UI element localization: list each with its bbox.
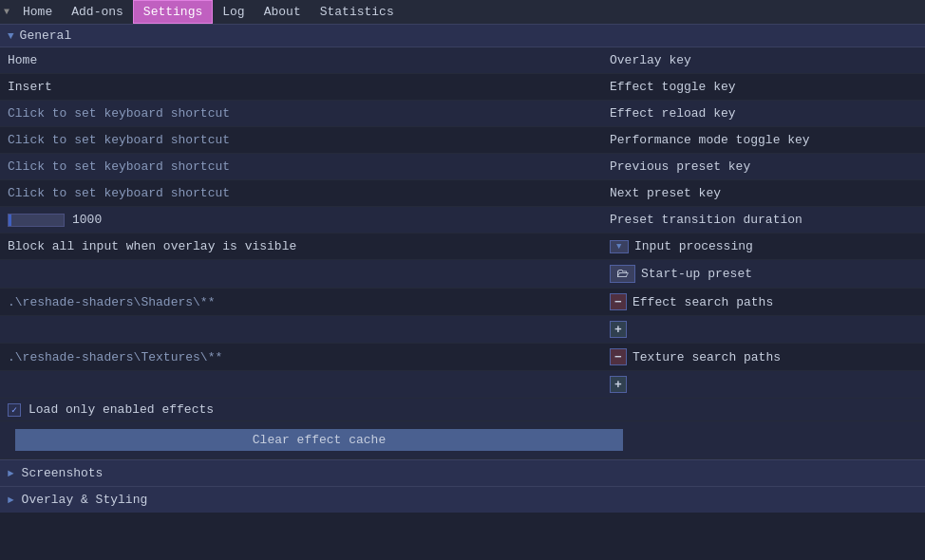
- overlay-key-label: Overlay key: [610, 53, 691, 67]
- minus-icon: −: [614, 295, 622, 309]
- effect-search-path-value: .\reshade-shaders\Shaders\**: [8, 295, 215, 309]
- overlay-section-label: Overlay & Styling: [22, 493, 148, 507]
- menu-settings[interactable]: Settings: [133, 0, 213, 24]
- table-row: Click to set keyboard shortcut Effect re…: [0, 101, 925, 127]
- screenshots-section-header[interactable]: ► Screenshots: [0, 459, 925, 486]
- effect-search-path-add-btn[interactable]: +: [610, 321, 627, 338]
- overlay-section-header[interactable]: ► Overlay & Styling: [0, 486, 925, 513]
- effect-search-paths-label: Effect search paths: [632, 295, 773, 309]
- table-row: 1000 Preset transition duration: [0, 207, 925, 233]
- clear-cache-row: Clear effect cache: [0, 421, 925, 459]
- texture-search-path-remove-btn[interactable]: −: [610, 348, 627, 365]
- screenshots-section-arrow-icon: ►: [8, 468, 14, 479]
- texture-search-paths-label: Texture search paths: [632, 350, 781, 364]
- table-row: .\reshade-shaders\Textures\** − Texture …: [0, 344, 925, 371]
- effect-search-path-remove-btn[interactable]: −: [610, 293, 627, 310]
- home-key-label: Home: [8, 53, 37, 67]
- menu-statistics[interactable]: Statistics: [311, 0, 404, 24]
- effect-reload-key-label: Effect reload key: [610, 106, 736, 121]
- plus-icon: +: [614, 323, 622, 337]
- performance-toggle-shortcut-btn[interactable]: Click to set keyboard shortcut: [8, 133, 230, 147]
- next-preset-shortcut-btn[interactable]: Click to set keyboard shortcut: [8, 186, 230, 200]
- slider-container: 1000: [8, 213, 102, 227]
- menu-log[interactable]: Log: [213, 0, 254, 24]
- menu-arrow-icon: ▼: [4, 7, 9, 17]
- texture-search-path-add-btn[interactable]: +: [610, 376, 627, 393]
- startup-preset-label: Start-up preset: [641, 267, 752, 281]
- table-row: Click to set keyboard shortcut Performan…: [0, 127, 925, 154]
- menu-home[interactable]: Home: [13, 0, 62, 24]
- settings-table: Home Overlay key Insert Effect toggle ke…: [0, 47, 925, 399]
- texture-search-path-value: .\reshade-shaders\Textures\**: [8, 350, 222, 364]
- prev-preset-shortcut-btn[interactable]: Click to set keyboard shortcut: [8, 159, 230, 174]
- table-row: Click to set keyboard shortcut Previous …: [0, 154, 925, 180]
- table-row: +: [0, 371, 925, 399]
- table-row: +: [0, 316, 925, 344]
- effect-toggle-key-label: Effect toggle key: [610, 80, 736, 94]
- effect-reload-shortcut-btn[interactable]: Click to set keyboard shortcut: [8, 106, 230, 121]
- menu-addons[interactable]: Add-ons: [62, 0, 133, 24]
- performance-toggle-key-label: Performance mode toggle key: [610, 133, 810, 147]
- dropdown-arrow-icon: ▼: [616, 242, 621, 252]
- input-processing-dropdown[interactable]: ▼: [610, 240, 629, 253]
- insert-key-label: Insert: [8, 80, 52, 94]
- load-effects-label: Load only enabled effects: [28, 402, 214, 417]
- table-row: Home Overlay key: [0, 47, 925, 74]
- table-row: Block all input when overlay is visible …: [0, 233, 925, 260]
- load-effects-row: Load only enabled effects: [0, 399, 925, 421]
- general-section-header[interactable]: ▼ General: [0, 25, 925, 47]
- table-row: Insert Effect toggle key: [0, 74, 925, 101]
- preset-transition-label: Preset transition duration: [610, 213, 802, 227]
- slider-value: 1000: [72, 213, 102, 227]
- prev-preset-key-label: Previous preset key: [610, 159, 750, 174]
- screenshots-section-label: Screenshots: [22, 466, 104, 480]
- input-processing-label: Input processing: [634, 239, 753, 253]
- block-input-label: Block all input when overlay is visible: [8, 239, 296, 253]
- next-preset-key-label: Next preset key: [610, 186, 721, 200]
- general-section-title: General: [20, 28, 72, 43]
- table-row: Click to set keyboard shortcut Next pres…: [0, 180, 925, 207]
- general-section-arrow-icon: ▼: [8, 30, 14, 42]
- overlay-section-arrow-icon: ►: [8, 495, 14, 506]
- load-effects-checkbox[interactable]: [8, 403, 21, 417]
- minus-icon: −: [614, 350, 622, 364]
- table-row: .\reshade-shaders\Shaders\** − Effect se…: [0, 289, 925, 316]
- slider-fill: [9, 215, 11, 226]
- folder-icon: 🗁: [616, 267, 629, 281]
- clear-effect-cache-btn[interactable]: Clear effect cache: [15, 429, 623, 451]
- plus-icon: +: [614, 378, 622, 392]
- menu-about[interactable]: About: [255, 0, 311, 24]
- menubar: ▼ Home Add-ons Settings Log About Statis…: [0, 0, 925, 25]
- startup-preset-folder-btn[interactable]: 🗁: [610, 265, 635, 283]
- table-row: 🗁 Start-up preset: [0, 260, 925, 289]
- slider-track[interactable]: [8, 214, 65, 227]
